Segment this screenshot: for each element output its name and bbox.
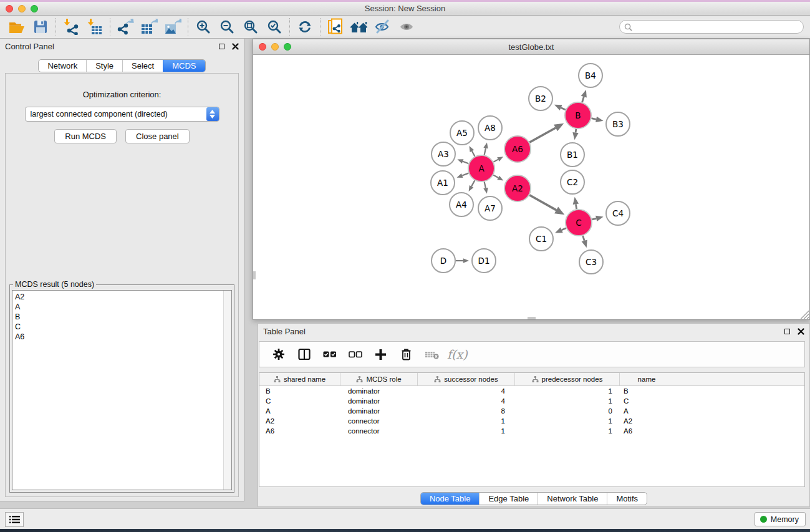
add-column-button[interactable] xyxy=(369,344,392,364)
table-row[interactable]: Cdominator41C xyxy=(259,396,804,406)
criterion-dropdown[interactable]: largest connected component (directed) xyxy=(25,107,219,122)
close-panel-icon[interactable] xyxy=(232,43,239,50)
tab-network-table[interactable]: Network Table xyxy=(538,493,607,505)
graph-edge-A-A5[interactable] xyxy=(472,151,475,156)
float-panel-icon[interactable] xyxy=(219,44,224,49)
graph-edge-A-A1[interactable] xyxy=(462,173,468,176)
mcds-result-list[interactable]: A2ABCA6 xyxy=(12,290,232,490)
mcds-result-item[interactable]: B xyxy=(12,312,231,322)
table-cell[interactable]: C xyxy=(620,397,673,405)
network-canvas[interactable]: B4B2BB3A8A5A6A3B1AC2A1A2A4A7C4CC1DD1C3 xyxy=(253,56,809,319)
minimize-network-button[interactable] xyxy=(271,43,279,51)
graph-edge-B-B4[interactable] xyxy=(582,97,584,102)
refresh-button[interactable] xyxy=(293,17,317,37)
close-network-button[interactable] xyxy=(259,43,266,51)
export-image-button[interactable] xyxy=(161,17,185,37)
close-panel-button[interactable]: Close panel xyxy=(125,129,190,143)
first-neighbors-button[interactable] xyxy=(347,17,371,37)
column-header-shared-name[interactable]: shared name xyxy=(259,373,340,385)
run-mcds-button[interactable]: Run MCDS xyxy=(54,129,117,143)
graph-edge-A6-B[interactable] xyxy=(529,128,556,142)
column-manager-button[interactable] xyxy=(292,344,316,364)
graph-edge-C-C3[interactable] xyxy=(583,236,585,241)
table-cell[interactable]: A xyxy=(259,407,340,415)
table-cell[interactable]: B xyxy=(620,387,673,395)
table-cell[interactable]: 4 xyxy=(418,397,515,405)
graph-edge-A-A7[interactable] xyxy=(485,181,486,188)
table-cell[interactable]: 1 xyxy=(515,427,620,435)
graph-edge-C-C2[interactable] xyxy=(576,204,576,209)
column-header-predecessor-nodes[interactable]: predecessor nodes xyxy=(515,373,620,385)
graph-edge-A-A4[interactable] xyxy=(471,180,475,186)
graph-edge-B-B3[interactable] xyxy=(591,118,596,120)
graph-edge-C-C4[interactable] xyxy=(592,218,596,220)
select-all-button[interactable] xyxy=(318,344,341,364)
table-row[interactable]: Bdominator41B xyxy=(259,386,804,396)
table-cell[interactable]: A2 xyxy=(259,417,340,425)
table-row[interactable]: A2connector11A2 xyxy=(259,416,804,426)
table-cell[interactable]: A6 xyxy=(259,427,340,435)
tab-motifs[interactable]: Motifs xyxy=(607,493,647,505)
table-cell[interactable]: dominator xyxy=(340,397,418,405)
table-row[interactable]: Adominator80A xyxy=(259,406,804,416)
close-table-panel-icon[interactable] xyxy=(798,328,804,335)
mcds-result-item[interactable]: C xyxy=(12,322,231,332)
graph-edge-B-B2[interactable] xyxy=(561,108,566,110)
show-all-button[interactable] xyxy=(395,17,418,37)
table-cell[interactable]: dominator xyxy=(340,407,418,415)
delete-column-button[interactable] xyxy=(395,344,418,364)
list-scrollbar[interactable] xyxy=(223,291,231,490)
delete-table-button[interactable] xyxy=(420,344,443,364)
open-file-button[interactable] xyxy=(5,17,29,37)
export-network-button[interactable] xyxy=(113,17,137,37)
new-network-from-selection-button[interactable] xyxy=(324,17,347,37)
zoom-window-button[interactable] xyxy=(31,5,38,12)
graph-edge-A2-C[interactable] xyxy=(529,195,556,210)
mcds-result-item[interactable]: A2 xyxy=(12,292,231,302)
tab-style[interactable]: Style xyxy=(86,60,122,72)
table-cell[interactable]: A2 xyxy=(620,417,673,425)
zoom-out-button[interactable] xyxy=(215,17,239,37)
column-header-name[interactable]: name xyxy=(620,373,673,385)
table-cell[interactable]: 1 xyxy=(515,387,620,395)
table-row[interactable]: A6connector11A6 xyxy=(259,426,804,436)
table-cell[interactable]: connector xyxy=(340,417,418,425)
import-table-button[interactable] xyxy=(83,17,107,37)
column-header-successor-nodes[interactable]: successor nodes xyxy=(418,373,515,385)
zoom-in-button[interactable] xyxy=(191,17,215,37)
table-cell[interactable]: 1 xyxy=(418,417,515,425)
save-session-button[interactable] xyxy=(29,17,52,37)
network-graph[interactable]: B4B2BB3A8A5A6A3B1AC2A1A2A4A7C4CC1DD1C3 xyxy=(253,56,809,319)
mcds-result-item[interactable]: A xyxy=(12,302,231,312)
deselect-all-button[interactable] xyxy=(344,344,367,364)
graph-edge-A-A6[interactable] xyxy=(493,160,498,162)
mcds-result-item[interactable]: A6 xyxy=(12,332,231,342)
node-table[interactable]: shared nameMCDS rolesuccessor nodesprede… xyxy=(259,372,805,487)
task-history-button[interactable] xyxy=(5,512,24,527)
zoom-network-button[interactable] xyxy=(284,43,291,51)
table-cell[interactable]: C xyxy=(259,397,340,405)
import-network-button[interactable] xyxy=(59,17,83,37)
column-header-mcds-role[interactable]: MCDS role xyxy=(340,373,418,385)
table-cell[interactable]: dominator xyxy=(340,387,418,395)
table-settings-button[interactable] xyxy=(267,344,290,364)
table-cell[interactable]: 8 xyxy=(418,407,515,415)
search-input[interactable] xyxy=(632,22,803,31)
table-cell[interactable]: 4 xyxy=(418,387,515,395)
close-window-button[interactable] xyxy=(6,5,13,12)
tab-network[interactable]: Network xyxy=(39,60,86,72)
graph-edge-A-A3[interactable] xyxy=(463,162,468,164)
tab-mcds[interactable]: MCDS xyxy=(163,60,205,72)
float-table-panel-icon[interactable] xyxy=(784,329,790,334)
table-cell[interactable]: A xyxy=(620,407,673,415)
export-table-button[interactable] xyxy=(137,17,161,37)
graph-edge-C-C1[interactable] xyxy=(562,228,566,230)
tab-edge-table[interactable]: Edge Table xyxy=(479,493,538,505)
graph-edge-A-A8[interactable] xyxy=(485,148,486,155)
function-builder-button[interactable]: f(x) xyxy=(447,347,468,361)
tab-select[interactable]: Select xyxy=(122,60,163,72)
zoom-selected-button[interactable] xyxy=(263,17,286,37)
graph-edge-A-A2[interactable] xyxy=(493,175,498,178)
table-cell[interactable]: 1 xyxy=(515,417,620,425)
table-cell[interactable]: A6 xyxy=(620,427,673,435)
